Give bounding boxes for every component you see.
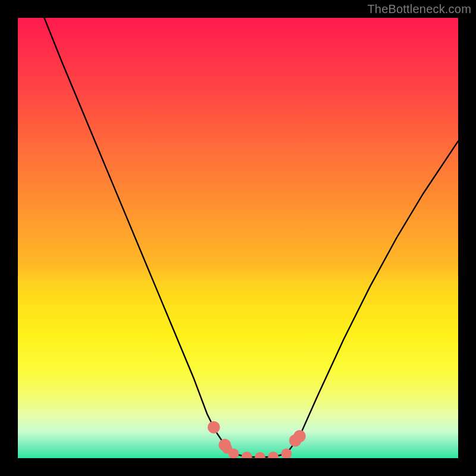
plot-area xyxy=(18,18,458,458)
keypoints xyxy=(208,421,306,458)
watermark-text: TheBottleneck.com xyxy=(367,2,471,16)
bottleneck-curve xyxy=(44,18,458,458)
chart-svg xyxy=(18,18,458,458)
keypoint-dot xyxy=(242,452,252,458)
keypoint-dot xyxy=(255,452,265,458)
chart-frame: TheBottleneck.com xyxy=(0,0,476,476)
keypoint-dot xyxy=(208,421,220,434)
keypoint-dot xyxy=(293,430,306,443)
keypoint-dot xyxy=(268,452,278,458)
